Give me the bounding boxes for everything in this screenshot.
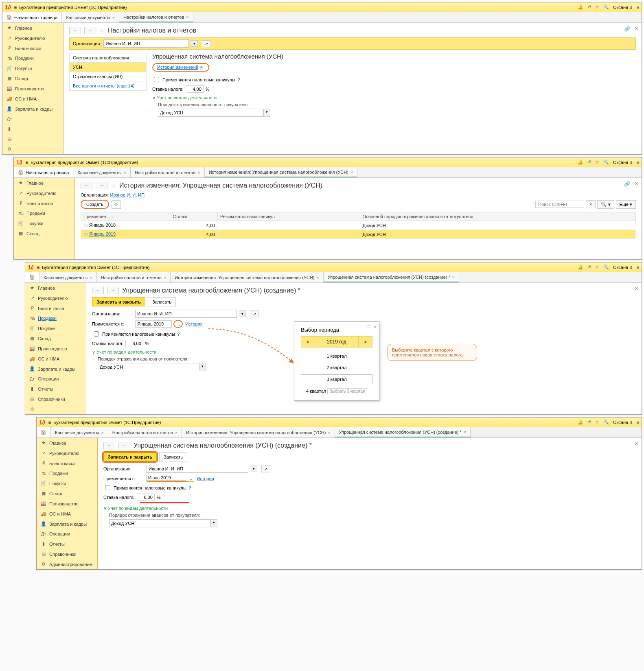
tax-holiday-checkbox[interactable] — [94, 331, 99, 337]
table-row[interactable]: ▭Январь 2019 4,00 Доход УСН — [81, 230, 636, 239]
menu-icon[interactable]: ≡ — [637, 420, 639, 425]
home-tab[interactable]: 🏠 — [37, 427, 51, 437]
activity-toggle[interactable]: ∨ Учет по видам деятельности — [152, 95, 636, 101]
col-rate[interactable]: Ставка — [170, 212, 218, 221]
search-icon[interactable]: 🔍 — [603, 4, 609, 10]
home-tab[interactable]: 🏠Начальная страница — [14, 167, 73, 177]
close-icon[interactable]: × — [635, 180, 638, 187]
star-icon[interactable]: ☆ — [595, 4, 599, 10]
star-icon[interactable]: ☆ — [595, 160, 599, 165]
sidebar-item-main[interactable]: ★Главное — [14, 178, 74, 188]
dropdown-icon[interactable]: ▾ — [211, 519, 217, 527]
sidebar-item-production[interactable]: 🏭Производство — [25, 343, 86, 354]
sidebar-item-reports[interactable]: ▮Отчеты — [25, 384, 86, 394]
sidebar-item-reports[interactable]: ▮ — [2, 124, 63, 134]
sidebar-item-hr[interactable]: 👤Зарплата и кадры — [25, 364, 86, 374]
sidebar-item-warehouse[interactable]: ▦Склад — [14, 228, 74, 238]
sidebar-item-sales[interactable]: 🛍Продажи — [25, 313, 86, 323]
close-icon[interactable]: × — [374, 324, 377, 329]
sidebar-item-main[interactable]: ★Главное — [2, 23, 63, 33]
user-name[interactable]: Оксана В — [613, 5, 633, 10]
nav-forward-button[interactable]: → — [107, 287, 119, 294]
create-button[interactable]: Создать — [81, 200, 109, 209]
close-icon[interactable]: × — [464, 430, 466, 435]
nav-back-button[interactable]: ← — [69, 27, 81, 34]
close-icon[interactable]: × — [452, 275, 455, 280]
menu-icon[interactable]: ≡ — [637, 160, 639, 165]
save-close-button[interactable]: Записать и закрыть — [92, 297, 145, 306]
close-icon[interactable]: × — [164, 275, 166, 280]
sidebar-item-main[interactable]: ★Главное — [25, 283, 86, 293]
sidebar-item-reports[interactable]: ▮Отчеты — [37, 539, 97, 549]
quarter-4[interactable]: 4 квартал Выбрать 3 квартал — [301, 387, 372, 396]
bell-icon[interactable]: 🔔 — [578, 4, 583, 10]
tab-history[interactable]: История изменения: Упрощенная система на… — [205, 167, 358, 177]
favorite-icon[interactable]: ☆ — [111, 182, 116, 189]
sidebar-item-admin[interactable]: ⚙ — [2, 144, 63, 154]
search-button[interactable]: 🔍 ▾ — [597, 200, 614, 209]
hamburger-icon[interactable]: ≡ — [26, 160, 28, 165]
save-button[interactable]: Записать — [159, 452, 187, 461]
sidebar-item-warehouse[interactable]: ▦Склад — [25, 333, 86, 343]
tab-history[interactable]: История изменения: Упрощенная система на… — [171, 272, 324, 282]
history-icon[interactable]: ↺ — [587, 420, 591, 425]
sidebar-item-assets[interactable]: 🚚ОС и НМА — [2, 94, 63, 104]
home-tab[interactable]: 🏠Начальная страница — [2, 12, 62, 22]
sidebar-item-sales[interactable]: 🛍Продажи — [37, 468, 97, 478]
period-picker-button[interactable]: ... — [186, 475, 194, 482]
tab-create[interactable]: Упрощенная система налогообложения (УСН)… — [335, 427, 471, 437]
menu-icon[interactable]: ≡ — [637, 265, 639, 270]
sidebar-item-operations[interactable]: ДтОперации — [25, 374, 86, 384]
tab-kassa[interactable]: Кассовые документы× — [62, 12, 119, 22]
sidebar-item-director[interactable]: ↗Руководителю — [14, 188, 74, 198]
quarter-1[interactable]: 1 квартал — [301, 352, 372, 361]
close-icon[interactable]: × — [112, 15, 115, 20]
sidebar-item-bank[interactable]: ₽Банк и касса — [14, 198, 74, 208]
close-icon[interactable]: × — [197, 170, 200, 175]
sidebar-item-hr[interactable]: 👤Зарплата и кадры — [2, 104, 63, 114]
menu-icon[interactable]: ≡ — [637, 5, 639, 10]
sidebar-item-bank[interactable]: ₽Банк и касса — [37, 458, 97, 468]
sidebar-item-assets[interactable]: 🚚ОС и НМА — [37, 509, 97, 519]
bell-icon[interactable]: 🔔 — [578, 160, 583, 165]
dropdown-icon[interactable]: ▾ — [264, 109, 270, 117]
nav-forward-button[interactable]: → — [118, 442, 130, 449]
close-icon[interactable]: × — [124, 170, 126, 175]
rate-input[interactable] — [186, 85, 204, 93]
tab-settings[interactable]: Настройки налогов и отчетов× — [119, 12, 193, 22]
hamburger-icon[interactable]: ≡ — [14, 5, 17, 10]
nav-forward-button[interactable]: → — [96, 182, 107, 189]
link-icon[interactable]: 🔗 — [624, 26, 630, 32]
history-icon[interactable]: ↺ — [587, 264, 591, 270]
sidebar-item-sales[interactable]: 🛍Продажи — [2, 53, 63, 63]
tax-holiday-checkbox[interactable] — [105, 485, 110, 490]
rate-input[interactable] — [125, 340, 143, 347]
tab-history[interactable]: История изменения: Упрощенная система на… — [182, 427, 335, 437]
sidebar-item-director[interactable]: ↗Руководителю — [2, 33, 63, 43]
home-tab[interactable]: 🏠 — [25, 272, 39, 282]
period-input[interactable] — [148, 475, 185, 480]
history-icon[interactable]: ↺ — [587, 4, 591, 10]
tab-kassa[interactable]: Кассовые документы× — [39, 272, 97, 282]
search-icon[interactable]: 🔍 — [603, 420, 609, 425]
sidebar-item-assets[interactable]: 🚚ОС и НМА — [25, 354, 86, 364]
sidebar-item-purchase[interactable]: 🛒Покупки — [25, 323, 86, 333]
hamburger-icon[interactable]: ≡ — [48, 420, 51, 425]
close-icon[interactable]: × — [350, 170, 353, 175]
history-link[interactable]: История изменений — [157, 65, 198, 70]
year-next-button[interactable]: > — [358, 337, 372, 347]
bell-icon[interactable]: 🔔 — [578, 420, 583, 425]
advance-combo[interactable]: Доход УСН — [158, 109, 264, 117]
tax-nav-all[interactable]: Все налоги и отчеты (еще 14) — [69, 81, 147, 91]
close-icon[interactable]: × — [175, 430, 177, 435]
close-icon[interactable]: × — [635, 440, 638, 447]
tab-settings[interactable]: Настройки налогов и отчетов× — [108, 427, 182, 437]
close-icon[interactable]: × — [328, 430, 330, 435]
minimize-icon[interactable]: □ — [368, 324, 370, 328]
open-button[interactable]: ↗ — [261, 466, 270, 472]
period-input[interactable] — [135, 320, 172, 328]
star-icon[interactable]: ☆ — [595, 420, 599, 425]
save-button[interactable]: Записать — [148, 297, 176, 306]
advance-combo[interactable]: Доход УСН — [98, 363, 199, 371]
search-icon[interactable]: 🔍 — [603, 264, 609, 270]
